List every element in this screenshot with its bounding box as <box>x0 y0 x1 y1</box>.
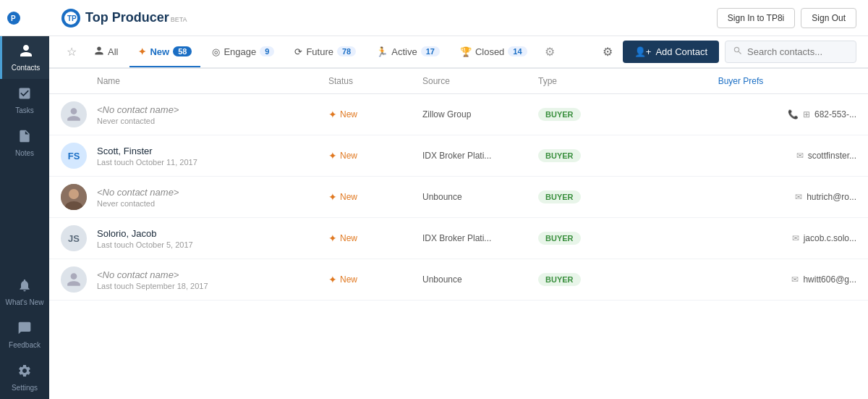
contact-detail: 682-553-... <box>814 109 856 119</box>
svg-text:P: P <box>11 14 16 22</box>
filter-tab-future-label: Future <box>306 46 333 57</box>
contact-sub: Last touch September 18, 2017 <box>97 282 328 290</box>
contact-info: <No contact name> Last touch September 1… <box>97 269 328 290</box>
sidebar: P Contacts Tasks Notes What's New <box>0 0 49 399</box>
contact-status: ✦ New <box>328 109 422 120</box>
table-row[interactable]: <No contact name> Never contacted ✦ New … <box>49 177 868 218</box>
tasks-icon <box>17 86 32 104</box>
phone-icon: 📞 <box>788 109 799 119</box>
more-filters-icon[interactable]: ⚙ <box>539 36 561 67</box>
search-box <box>725 41 856 63</box>
type-badge: BUYER <box>538 232 581 245</box>
feedback-icon <box>17 321 32 339</box>
status-label: New <box>340 109 357 119</box>
contact-name: Scott, Finster <box>97 146 328 156</box>
filter-tab-closed[interactable]: 🏆 Closed 14 <box>451 38 536 68</box>
col-status: Status <box>328 76 422 86</box>
status-icon: ✦ <box>328 150 337 161</box>
sidebar-item-tasks-label: Tasks <box>15 106 34 114</box>
sidebar-item-settings[interactable]: Settings <box>0 356 49 399</box>
filter-tab-active[interactable]: 🏃 Active 17 <box>367 38 448 68</box>
status-label: New <box>340 192 357 202</box>
sidebar-item-tasks[interactable]: Tasks <box>0 79 49 122</box>
all-icon <box>94 46 104 58</box>
contact-type: BUYER <box>538 190 625 203</box>
filter-tab-future[interactable]: ⟳ Future 78 <box>286 38 365 68</box>
filter-tab-closed-label: Closed <box>475 46 504 57</box>
filter-tab-new-label: New <box>150 46 169 57</box>
filter-tab-new[interactable]: ✦ New 58 <box>129 38 200 68</box>
contact-name: Solorio, Jacob <box>97 228 328 239</box>
filter-tab-future-badge: 78 <box>337 46 356 56</box>
contact-info: Solorio, Jacob Last touch October 5, 201… <box>97 228 328 249</box>
search-input[interactable] <box>747 46 848 57</box>
sidebar-item-whats-new[interactable]: What's New <box>0 271 49 314</box>
filter-tab-engage-badge: 9 <box>260 46 274 56</box>
filter-tab-engage-label: Engage <box>224 46 256 57</box>
add-contact-icon: 👤+ <box>634 46 652 57</box>
filter-tab-all[interactable]: All <box>85 37 127 69</box>
settings-icon <box>17 364 32 382</box>
filter-tab-active-badge: 17 <box>421 46 440 56</box>
avatar <box>61 184 87 210</box>
contact-type: BUYER <box>538 232 625 245</box>
sign-in-button[interactable]: Sign In to TP8i <box>717 8 796 28</box>
search-icon <box>733 46 743 58</box>
contact-detail: jacob.c.solo... <box>804 233 856 243</box>
settings-filter-button[interactable]: ⚙ <box>598 42 617 62</box>
closed-icon: 🏆 <box>460 46 472 57</box>
contact-sub: Last touch October 5, 2017 <box>97 240 328 249</box>
svg-text:TP: TP <box>67 14 77 22</box>
type-badge: BUYER <box>538 108 581 121</box>
contact-sub: Never contacted <box>97 199 328 208</box>
contacts-icon <box>19 43 33 62</box>
contact-info: <No contact name> Never contacted <box>97 187 328 208</box>
sidebar-item-feedback[interactable]: Feedback <box>0 314 49 356</box>
email-icon: ✉ <box>791 274 799 285</box>
filter-tab-closed-badge: 14 <box>508 46 527 56</box>
status-label: New <box>340 233 357 243</box>
avatar <box>61 266 87 293</box>
contact-sub: Last touch October 11, 2017 <box>97 158 328 167</box>
contact-name: <No contact name> <box>97 269 328 280</box>
favorites-filter[interactable]: ☆ <box>61 36 82 67</box>
contact-sub: Never contacted <box>97 117 328 125</box>
sidebar-item-whats-new-label: What's New <box>5 298 43 306</box>
contact-status: ✦ New <box>328 191 422 203</box>
type-badge: BUYER <box>538 149 581 162</box>
sidebar-item-settings-label: Settings <box>12 384 38 392</box>
notes-icon <box>17 129 32 147</box>
sidebar-item-contacts[interactable]: Contacts <box>0 36 49 79</box>
add-contact-button[interactable]: 👤+ Add Contact <box>623 41 719 63</box>
table-row[interactable]: JS Solorio, Jacob Last touch October 5, … <box>49 218 868 259</box>
filter-tab-active-label: Active <box>391 46 417 57</box>
table-row[interactable]: <No contact name> Last touch September 1… <box>49 259 868 301</box>
future-icon: ⟳ <box>294 46 302 57</box>
topbar: TP Top Producer BETA Sign In to TP8i Sig… <box>49 0 868 36</box>
contact-name: <No contact name> <box>97 187 328 198</box>
contact-source: Unbounce <box>422 274 538 285</box>
filter-tab-engage[interactable]: ◎ Engage 9 <box>203 38 283 68</box>
email-icon: ✉ <box>796 151 804 161</box>
contact-source: IDX Broker Plati... <box>422 233 538 243</box>
new-icon: ✦ <box>138 46 146 57</box>
contact-type: BUYER <box>538 273 625 286</box>
app-title: Top Producer <box>85 10 169 25</box>
status-icon: ✦ <box>328 191 337 203</box>
type-badge: BUYER <box>538 190 581 203</box>
filter-tab-all-label: All <box>108 46 118 57</box>
contact-detail: scottfinster... <box>808 151 856 161</box>
table-row[interactable]: <No contact name> Never contacted ✦ New … <box>49 94 868 135</box>
topbar-actions: Sign In to TP8i Sign Out <box>717 8 856 28</box>
avatar: FS <box>61 143 87 169</box>
engage-icon: ◎ <box>212 46 220 57</box>
email-icon: ✉ <box>792 233 799 243</box>
sidebar-item-notes[interactable]: Notes <box>0 122 49 164</box>
filter-actions: ⚙ 👤+ Add Contact <box>598 41 856 63</box>
table-row[interactable]: FS Scott, Finster Last touch October 11,… <box>49 135 868 177</box>
contact-detail: hutrich@ro... <box>807 192 856 202</box>
col-name: Name <box>97 76 328 86</box>
sign-out-button[interactable]: Sign Out <box>801 8 856 28</box>
contact-info: Scott, Finster Last touch October 11, 20… <box>97 146 328 167</box>
app-logo: TP Top Producer BETA <box>61 8 187 28</box>
